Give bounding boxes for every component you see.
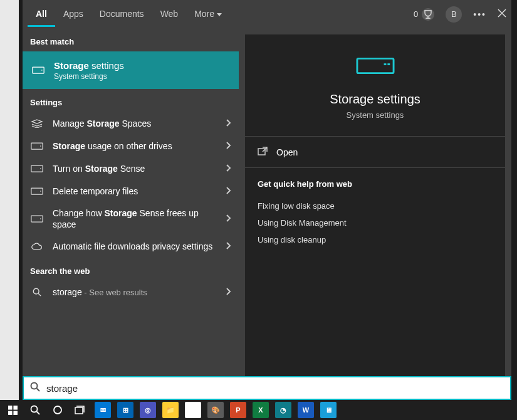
svg-point-21: [54, 406, 61, 414]
svg-point-15: [31, 383, 38, 389]
settings-result-text: Change how Storage Sense frees up space: [53, 207, 217, 230]
rewards-indicator[interactable]: 0: [414, 8, 434, 21]
chevron-right-icon: [226, 140, 231, 152]
open-action[interactable]: Open: [245, 137, 505, 167]
taskbar-app-paint[interactable]: 🎨: [206, 401, 226, 419]
close-button[interactable]: [498, 9, 506, 20]
layers-icon: [30, 119, 44, 128]
chevron-right-icon: [226, 213, 231, 224]
help-link-0[interactable]: Fixing low disk space: [258, 197, 493, 214]
trophy-icon: [422, 8, 434, 21]
svg-point-7: [40, 191, 41, 192]
help-link-1[interactable]: Using Disk Management: [258, 214, 493, 231]
settings-result-1[interactable]: Storage usage on other drives: [23, 135, 239, 157]
settings-result-3[interactable]: Delete temporary files: [23, 180, 239, 202]
settings-result-text: Automatic file downloads privacy setting…: [53, 241, 217, 252]
start-button[interactable]: [3, 401, 23, 419]
settings-result-0[interactable]: Manage Storage Spaces: [23, 112, 239, 135]
taskbar-app-teams[interactable]: ◎: [138, 401, 158, 419]
chevron-down-icon: [217, 13, 222, 16]
taskbar-app-powerpoint[interactable]: P: [228, 401, 248, 419]
svg-point-1: [41, 70, 43, 71]
svg-rect-18: [8, 411, 13, 415]
svg-rect-12: [384, 63, 386, 65]
preview-title: Storage settings: [251, 92, 499, 107]
svg-point-10: [33, 289, 39, 295]
tab-documents[interactable]: Documents: [91, 1, 152, 27]
svg-rect-19: [13, 411, 18, 415]
preview-card: Storage settings System settings Open Ge…: [245, 34, 505, 376]
taskbar-app-chrome[interactable]: ◉: [183, 401, 203, 419]
settings-result-text: Storage usage on other drives: [53, 140, 217, 152]
more-options-button[interactable]: •••: [473, 9, 486, 19]
taskbar-app-store[interactable]: ⊞: [115, 401, 135, 419]
tab-more[interactable]: More: [186, 1, 230, 27]
rewards-count: 0: [414, 9, 418, 19]
drive-icon: [30, 164, 44, 173]
settings-result-4[interactable]: Change how Storage Sense frees up space: [23, 202, 239, 235]
windows-search-panel: All Apps Documents Web More 0 B ••• Best…: [23, 0, 511, 400]
svg-rect-14: [258, 149, 265, 155]
svg-rect-11: [357, 58, 393, 73]
search-content: Best match Storage settings System setti…: [23, 28, 511, 376]
results-list: Best match Storage settings System setti…: [23, 28, 239, 376]
settings-header: Settings: [23, 89, 239, 112]
web-result[interactable]: storage - See web results: [23, 281, 239, 303]
drive-icon: [31, 66, 45, 75]
help-header: Get quick help from web: [258, 179, 493, 189]
tab-all[interactable]: All: [28, 1, 55, 27]
drive-icon: [30, 142, 44, 150]
taskbar-app-word[interactable]: W: [296, 401, 316, 419]
chevron-right-icon: [226, 118, 231, 129]
settings-result-text: Turn on Storage Sense: [53, 163, 217, 174]
help-link-2[interactable]: Using disk cleanup: [258, 231, 493, 248]
search-icon: [30, 288, 44, 297]
settings-result-2[interactable]: Turn on Storage Sense: [23, 157, 239, 180]
drive-icon: [30, 214, 44, 223]
search-header: All Apps Documents Web More 0 B •••: [23, 0, 511, 28]
preview-subtitle: System settings: [251, 110, 499, 120]
taskbar-app-this-pc[interactable]: 🖥: [318, 401, 338, 419]
taskbar: ✉⊞◎📁◉🎨PX◔W🖥: [0, 400, 517, 420]
settings-result-text: Delete temporary files: [53, 186, 217, 197]
chevron-right-icon: [226, 186, 231, 197]
search-box[interactable]: [23, 376, 511, 400]
cloud-icon: [30, 242, 44, 251]
header-actions: 0 B •••: [414, 0, 506, 28]
taskbar-app-mail[interactable]: ✉: [93, 401, 113, 419]
search-tabs: All Apps Documents Web More: [28, 1, 230, 27]
open-icon: [258, 147, 268, 157]
taskbar-app-excel[interactable]: X: [251, 401, 271, 419]
best-match-header: Best match: [23, 28, 239, 51]
taskbar-app-file-explorer[interactable]: 📁: [160, 401, 180, 419]
settings-result-text: Manage Storage Spaces: [53, 118, 217, 129]
settings-result-5[interactable]: Automatic file downloads privacy setting…: [23, 235, 239, 258]
open-label: Open: [276, 147, 298, 157]
search-icon: [30, 382, 40, 394]
chevron-right-icon: [226, 163, 231, 174]
best-match-result[interactable]: Storage settings System settings: [23, 51, 239, 89]
task-view-button[interactable]: [70, 401, 90, 419]
cortana-button[interactable]: [48, 401, 68, 419]
svg-rect-16: [8, 406, 13, 410]
svg-rect-13: [387, 63, 390, 65]
svg-rect-22: [75, 407, 83, 414]
user-avatar[interactable]: B: [446, 6, 462, 23]
svg-point-20: [31, 406, 38, 412]
chevron-right-icon: [226, 241, 231, 252]
taskbar-search-button[interactable]: [25, 401, 45, 419]
svg-rect-17: [13, 406, 18, 410]
drive-icon: [30, 187, 44, 196]
best-match-title: Storage settings: [54, 60, 124, 71]
web-result-text: storage - See web results: [53, 286, 217, 298]
tab-apps[interactable]: Apps: [55, 1, 91, 27]
preview-pane: Storage settings System settings Open Ge…: [239, 28, 511, 376]
svg-point-9: [40, 218, 41, 219]
desktop-background: [0, 0, 19, 420]
tab-web[interactable]: Web: [152, 1, 187, 27]
svg-point-5: [40, 168, 41, 169]
search-input[interactable]: [46, 383, 504, 394]
drive-icon: [251, 57, 499, 77]
chevron-right-icon: [226, 286, 231, 298]
taskbar-app-edge[interactable]: ◔: [273, 401, 293, 419]
